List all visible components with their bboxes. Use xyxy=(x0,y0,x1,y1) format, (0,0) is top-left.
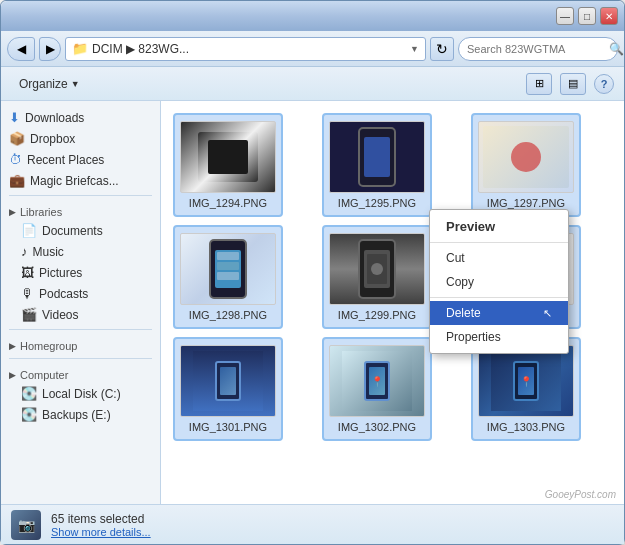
sidebar-divider-1 xyxy=(9,195,152,196)
window-controls: — □ ✕ xyxy=(556,7,618,25)
file-thumbnail xyxy=(180,233,276,305)
context-menu-copy[interactable]: Copy xyxy=(430,270,568,294)
sidebar-item-label: Downloads xyxy=(25,111,84,125)
search-icon[interactable]: 🔍 xyxy=(609,42,624,56)
file-item[interactable]: IMG_1299.PNG xyxy=(322,225,432,329)
expand-icon: ▶ xyxy=(9,207,16,217)
search-input[interactable] xyxy=(467,43,605,55)
dropbox-icon: 📦 xyxy=(9,131,25,146)
sidebar-item-label: Music xyxy=(33,245,64,259)
file-item[interactable]: IMG_1294.PNG xyxy=(173,113,283,217)
sidebar-item-downloads[interactable]: ⬇ Downloads xyxy=(1,107,160,128)
organize-button[interactable]: Organize ▼ xyxy=(11,74,88,94)
sidebar-item-label: Pictures xyxy=(39,266,82,280)
clock-icon: ⏱ xyxy=(9,152,22,167)
sidebar-item-label: Podcasts xyxy=(39,287,88,301)
sidebar-item-pictures[interactable]: 🖼 Pictures xyxy=(1,262,160,283)
file-item[interactable]: IMG_1298.PNG xyxy=(173,225,283,329)
file-thumbnail xyxy=(329,233,425,305)
organize-arrow-icon: ▼ xyxy=(71,79,80,89)
homegroup-label: Homegroup xyxy=(20,340,77,352)
pictures-icon: 🖼 xyxy=(21,265,34,280)
podcasts-icon: 🎙 xyxy=(21,286,34,301)
context-menu-delete[interactable]: Delete ↖ xyxy=(430,301,568,325)
file-name: IMG_1297.PNG xyxy=(487,197,565,209)
file-thumbnail: 📍 xyxy=(329,345,425,417)
status-text: 65 items selected Show more details... xyxy=(51,512,151,538)
file-name: IMG_1299.PNG xyxy=(338,309,416,321)
sidebar-item-label: Local Disk (C:) xyxy=(42,387,121,401)
layout-button[interactable]: ▤ xyxy=(560,73,586,95)
close-button[interactable]: ✕ xyxy=(600,7,618,25)
file-thumbnail xyxy=(478,121,574,193)
sidebar-item-videos[interactable]: 🎬 Videos xyxy=(1,304,160,325)
sidebar-divider-2 xyxy=(9,329,152,330)
file-item[interactable]: IMG_1295.PNG xyxy=(322,113,432,217)
file-thumbnail xyxy=(180,345,276,417)
sidebar-section-computer: ▶ Computer xyxy=(1,367,160,383)
file-item[interactable]: IMG_1297.PNG xyxy=(471,113,581,217)
address-bar: ◀ ▶ 📁 DCIM ▶ 823WG... ▼ ↻ 🔍 xyxy=(1,31,624,67)
status-count: 65 items selected xyxy=(51,512,151,526)
organize-label: Organize xyxy=(19,77,68,91)
context-menu-properties[interactable]: Properties xyxy=(430,325,568,349)
status-icon: 📷 xyxy=(11,510,41,540)
download-icon: ⬇ xyxy=(9,110,20,125)
back-button[interactable]: ◀ xyxy=(7,37,35,61)
libraries-label: Libraries xyxy=(20,206,62,218)
file-name: IMG_1301.PNG xyxy=(189,421,267,433)
sidebar-item-music[interactable]: ♪ Music xyxy=(1,241,160,262)
minimize-button[interactable]: — xyxy=(556,7,574,25)
status-details-link[interactable]: Show more details... xyxy=(51,526,151,538)
context-menu-preview[interactable]: Preview xyxy=(430,214,568,239)
cursor-icon: ↖ xyxy=(543,307,552,320)
sidebar-item-label: Backups (E:) xyxy=(42,408,111,422)
file-name: IMG_1298.PNG xyxy=(189,309,267,321)
sidebar-item-local-disk[interactable]: 💽 Local Disk (C:) xyxy=(1,383,160,404)
file-thumbnail xyxy=(329,121,425,193)
status-bar: 📷 65 items selected Show more details... xyxy=(1,504,624,544)
sidebar-section-libraries: ▶ Libraries xyxy=(1,204,160,220)
sidebar-item-label: Videos xyxy=(42,308,78,322)
sidebar-divider-3 xyxy=(9,358,152,359)
address-dropdown-icon[interactable]: ▼ xyxy=(410,44,419,54)
document-icon: 📄 xyxy=(21,223,37,238)
briefcase-icon: 💼 xyxy=(9,173,25,188)
videos-icon: 🎬 xyxy=(21,307,37,322)
expand-homegroup-icon: ▶ xyxy=(9,341,16,351)
folder-icon: 📁 xyxy=(72,41,88,56)
files-area: IMG_1294.PNG IMG_1295.PNG xyxy=(161,101,624,504)
search-box: 🔍 xyxy=(458,37,618,61)
context-menu-cut[interactable]: Cut xyxy=(430,246,568,270)
forward-button[interactable]: ▶ xyxy=(39,37,61,61)
file-item[interactable]: 📍 IMG_1302.PNG xyxy=(322,337,432,441)
main-content: ⬇ Downloads 📦 Dropbox ⏱ Recent Places 💼 … xyxy=(1,101,624,504)
file-item[interactable]: IMG_1301.PNG xyxy=(173,337,283,441)
toolbar: Organize ▼ ⊞ ▤ ? xyxy=(1,67,624,101)
backups-icon: 💽 xyxy=(21,407,37,422)
sidebar-item-label: Recent Places xyxy=(27,153,104,167)
sidebar-section-homegroup: ▶ Homegroup xyxy=(1,338,160,354)
sidebar-item-label: Dropbox xyxy=(30,132,75,146)
sidebar-item-magic-briefcase[interactable]: 💼 Magic Briefcas... xyxy=(1,170,160,191)
sidebar-item-backups[interactable]: 💽 Backups (E:) xyxy=(1,404,160,425)
music-icon: ♪ xyxy=(21,244,28,259)
maximize-button[interactable]: □ xyxy=(578,7,596,25)
sidebar-item-documents[interactable]: 📄 Documents xyxy=(1,220,160,241)
disk-icon: 💽 xyxy=(21,386,37,401)
view-toggle-button[interactable]: ⊞ xyxy=(526,73,552,95)
sidebar-item-podcasts[interactable]: 🎙 Podcasts xyxy=(1,283,160,304)
delete-label: Delete xyxy=(446,306,481,320)
sidebar-item-label: Magic Briefcas... xyxy=(30,174,119,188)
address-path: DCIM ▶ 823WG... xyxy=(92,42,406,56)
computer-label: Computer xyxy=(20,369,68,381)
context-menu-divider-2 xyxy=(430,297,568,298)
address-box[interactable]: 📁 DCIM ▶ 823WG... ▼ xyxy=(65,37,426,61)
help-button[interactable]: ? xyxy=(594,74,614,94)
watermark: GooeyPost.com xyxy=(545,489,616,500)
sidebar-item-dropbox[interactable]: 📦 Dropbox xyxy=(1,128,160,149)
sidebar-item-label: Documents xyxy=(42,224,103,238)
refresh-button[interactable]: ↻ xyxy=(430,37,454,61)
context-menu: Preview Cut Copy Delete ↖ Properties xyxy=(429,209,569,354)
sidebar-item-recent-places[interactable]: ⏱ Recent Places xyxy=(1,149,160,170)
